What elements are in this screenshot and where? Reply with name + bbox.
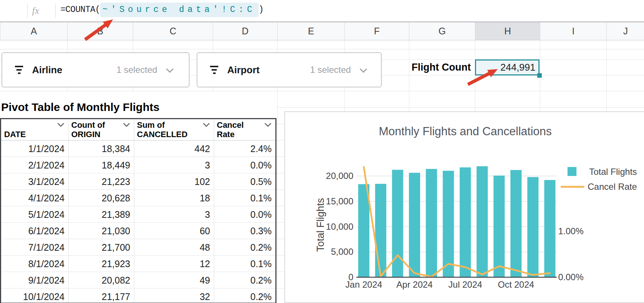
pivot-table[interactable]: DATECount ofORIGINSum ofCANCELLEDCancelR… — [0, 118, 276, 303]
bar-total-flights[interactable] — [476, 166, 488, 277]
pivot-header-cell[interactable]: Sum ofCANCELLED — [134, 119, 214, 140]
column-header-i[interactable]: I — [540, 22, 606, 40]
pivot-cell[interactable]: 21,030 — [68, 223, 134, 239]
table-row: 8/1/202421,923120.1% — [1, 256, 275, 272]
pivot-cell[interactable]: 9/1/2024 — [1, 272, 68, 288]
divider — [55, 4, 56, 18]
pivot-cell[interactable]: 0.1% — [214, 256, 275, 272]
pivot-cell[interactable]: 0.1% — [214, 190, 275, 206]
pivot-header-cell[interactable]: DATE — [1, 119, 68, 140]
formula-bar[interactable]: fx =COUNTA(~'Source data'!C:C) — [0, 0, 644, 22]
pivot-cell[interactable]: 5/1/2024 — [1, 206, 68, 223]
chevron-down-icon[interactable] — [264, 122, 272, 129]
pivot-cell[interactable]: 0.0% — [214, 206, 275, 223]
formula-input[interactable]: =COUNTA(~'Source data'!C:C) — [60, 5, 263, 15]
fill-handle[interactable] — [537, 73, 542, 78]
bar-total-flights[interactable] — [510, 170, 522, 277]
pivot-cell[interactable]: 2.4% — [214, 140, 275, 157]
column-header-f[interactable]: F — [344, 22, 409, 40]
pivot-cell[interactable]: 21,923 — [68, 256, 134, 272]
pivot-cell[interactable]: 0.0% — [214, 157, 275, 173]
formula-range-token: ~'Source data'!C:C — [100, 3, 258, 17]
chevron-down-icon[interactable] — [57, 122, 65, 129]
pivot-cell[interactable]: 60 — [134, 223, 214, 239]
pivot-cell[interactable]: 3 — [134, 206, 214, 223]
x-axis-tick-label: Apr 2024 — [396, 279, 432, 290]
legend-label-cancel-rate: Cancel Rate — [588, 182, 637, 192]
bar-total-flights[interactable] — [375, 184, 386, 277]
table-row: 10/1/202421,177320.2% — [1, 288, 275, 303]
pivot-cell[interactable]: 32 — [134, 288, 214, 303]
bar-total-flights[interactable] — [527, 177, 538, 277]
pivot-cell[interactable]: 21,389 — [68, 206, 134, 223]
bar-total-flights[interactable] — [426, 169, 437, 277]
pivot-header-cell[interactable]: CancelRate — [214, 119, 275, 140]
bar-total-flights[interactable] — [358, 184, 369, 277]
chevron-down-icon[interactable] — [359, 68, 368, 75]
formula-suffix: ) — [259, 5, 263, 15]
pivot-cell[interactable]: 6/1/2024 — [1, 223, 68, 239]
y-axis-title: Total Flights — [315, 198, 326, 252]
pivot-cell[interactable]: 4/1/2024 — [1, 190, 68, 206]
pivot-cell[interactable]: 12 — [134, 256, 214, 272]
pivot-cell[interactable]: 21,177 — [68, 288, 134, 303]
pivot-cell[interactable]: 20,628 — [68, 190, 134, 206]
y-axis-tick-label: 5,000 — [331, 247, 353, 257]
column-header-h[interactable]: H — [475, 22, 540, 40]
pivot-cell[interactable]: 0.2% — [214, 288, 275, 303]
chevron-down-icon[interactable] — [203, 122, 210, 129]
pivot-cell[interactable]: 21,223 — [68, 173, 134, 190]
bar-total-flights[interactable] — [443, 171, 454, 277]
legend-swatch-total-flights[interactable] — [568, 167, 576, 176]
pivot-cell[interactable]: 18 — [134, 190, 214, 206]
column-header-e[interactable]: E — [277, 22, 344, 40]
column-header-g[interactable]: G — [409, 22, 475, 40]
pivot-cell[interactable]: 0.5% — [214, 173, 275, 190]
bar-total-flights[interactable] — [460, 167, 471, 277]
table-row: 3/1/202421,2231020.5% — [1, 173, 275, 190]
pivot-cell[interactable]: 10/1/2024 — [1, 288, 68, 303]
pivot-cell[interactable]: 1/1/2024 — [1, 140, 68, 157]
table-row: 1/1/202418,3844422.4% — [1, 140, 275, 157]
pivot-header-cell[interactable]: Count ofORIGIN — [68, 119, 134, 140]
pivot-cell[interactable]: 0.2% — [214, 239, 275, 256]
pivot-title-row: Pivot Table of Monthly Flights — [0, 91, 277, 118]
x-axis-tick-label: Oct 2024 — [498, 279, 534, 290]
column-header-b[interactable]: B — [67, 22, 133, 40]
column-header-j[interactable]: J — [606, 22, 644, 40]
pivot-cell[interactable]: 18,384 — [68, 140, 134, 157]
pivot-header-label: Sum ofCANCELLED — [137, 120, 188, 139]
column-header-a[interactable]: A — [0, 22, 67, 40]
bar-total-flights[interactable] — [544, 180, 556, 277]
pivot-cell[interactable]: 49 — [134, 272, 214, 288]
pivot-cell[interactable]: 48 — [134, 239, 214, 256]
slicer-airline[interactable]: Airline 1 selected — [1, 52, 190, 87]
column-header-c[interactable]: C — [133, 22, 213, 40]
pivot-cell[interactable]: 0.3% — [214, 223, 275, 239]
line-cancel-rate[interactable] — [364, 167, 550, 277]
selected-cell-flight-count[interactable]: 244,991 — [475, 59, 540, 75]
bar-total-flights[interactable] — [409, 173, 420, 277]
pivot-cell[interactable]: 21,700 — [68, 239, 134, 256]
bar-total-flights[interactable] — [494, 176, 505, 277]
chevron-down-icon[interactable] — [166, 68, 174, 75]
pivot-cell[interactable]: 8/1/2024 — [1, 256, 68, 272]
chevron-down-icon[interactable] — [123, 122, 130, 129]
table-row: 4/1/202420,628180.1% — [1, 190, 275, 206]
chart-svg: Monthly Flights and Cancellations05,0001… — [285, 112, 644, 303]
slicer-airport[interactable]: Airport 1 selected — [197, 52, 382, 87]
pivot-cell[interactable]: 3/1/2024 — [1, 173, 68, 190]
filter-icon — [15, 66, 23, 74]
pivot-cell[interactable]: 20,082 — [68, 272, 134, 288]
pivot-cell[interactable]: 2/1/2024 — [1, 157, 68, 173]
column-header-d[interactable]: D — [213, 22, 277, 40]
slicer-selected-count: 1 selected — [116, 65, 157, 75]
pivot-cell[interactable]: 18,449 — [68, 157, 134, 173]
table-row: 9/1/202420,082490.2% — [1, 272, 275, 288]
pivot-cell[interactable]: 0.2% — [214, 272, 275, 288]
pivot-cell[interactable]: 442 — [134, 140, 214, 157]
pivot-cell[interactable]: 102 — [134, 173, 214, 190]
pivot-cell[interactable]: 7/1/2024 — [1, 239, 68, 256]
chart-monthly-flights[interactable]: Monthly Flights and Cancellations05,0001… — [284, 111, 644, 303]
pivot-cell[interactable]: 3 — [134, 157, 214, 173]
